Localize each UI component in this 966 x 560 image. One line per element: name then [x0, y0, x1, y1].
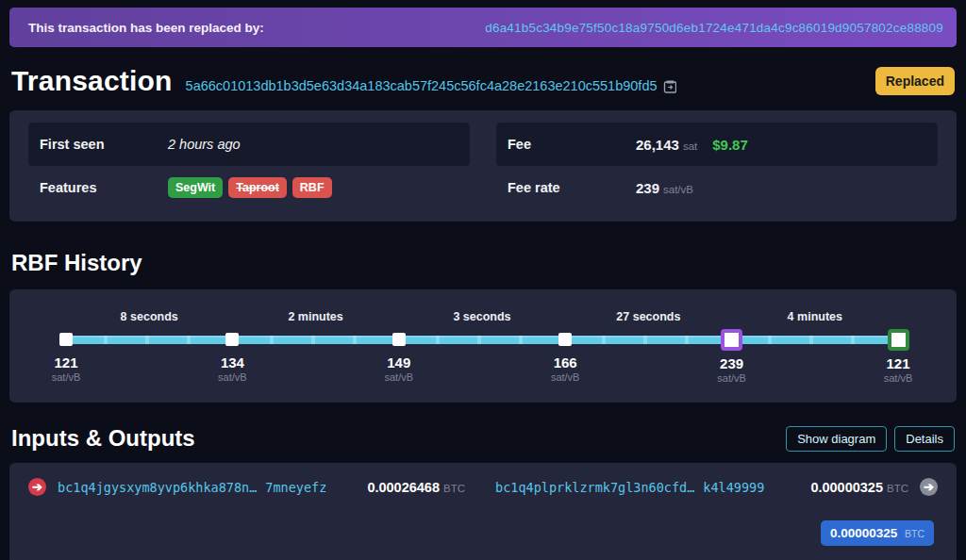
total-output-unit: BTC	[905, 528, 924, 539]
features-label: Features	[40, 180, 168, 195]
timeline-node-unit: sat/vB	[856, 372, 941, 384]
show-diagram-button[interactable]: Show diagram	[786, 426, 887, 452]
details-right-table: Fee 26,143sat$9.87 Fee rate 239sat/vB	[496, 123, 938, 209]
page-title: Transaction	[11, 65, 173, 97]
rbf-timeline: 8 seconds 2 minutes 3 seconds 27 seconds…	[9, 289, 957, 403]
status-badge: Replaced	[875, 67, 955, 95]
timeline-node-marker[interactable]	[225, 333, 239, 346]
fee-row: Fee 26,143sat$9.87	[496, 123, 938, 166]
timeline-node-feerate: 239	[690, 355, 774, 371]
input-address-end: 7mneyefz	[265, 480, 326, 495]
timeline-interval: 27 seconds	[616, 310, 680, 323]
fee-rate-value: 239sat/vB	[636, 180, 693, 196]
input-amount-unit: BTC	[443, 483, 465, 494]
fee-rate-unit: sat/vB	[663, 184, 693, 195]
timeline-interval: 8 seconds	[121, 310, 178, 323]
timeline-node-unit: sat/vB	[24, 371, 108, 383]
io-row: ➔ bc1q4jgysxym8yvp6khka878n…7mneyefz 0.0…	[9, 463, 957, 496]
timeline-node-marker[interactable]	[392, 333, 406, 346]
feature-badges: SegWit Taproot RBF	[168, 177, 332, 198]
timeline-node[interactable]: 149 sat/vB	[357, 289, 441, 383]
timeline-node-marker-final[interactable]	[888, 329, 909, 351]
io-heading-row: Inputs & Outputs Show diagram Details	[9, 425, 957, 463]
timeline-node-unit: sat/vB	[690, 372, 774, 384]
output-address-end: k4l49999	[703, 480, 764, 495]
input-amount: 0.00026468BTC	[367, 480, 471, 495]
timeline-node-unit: sat/vB	[190, 371, 275, 383]
timeline-node[interactable]: 166 sat/vB	[523, 289, 608, 383]
output-amount-unit: BTC	[887, 483, 908, 494]
segwit-badge: SegWit	[168, 177, 223, 198]
txid-link[interactable]: 5a66c01013db1b3d5e63d34a183cab57f245c56f…	[186, 78, 658, 93]
timeline-node-marker[interactable]	[558, 333, 572, 346]
timeline-node-feerate: 166	[523, 354, 608, 371]
output-amount: 0.00000325BTC	[810, 480, 908, 495]
timeline-node-current[interactable]: 239 sat/vB	[690, 289, 774, 384]
output-address-link[interactable]: bc1q4plprklzrmk7gl3n60cfd…k4l49999	[495, 480, 764, 495]
timeline-node-feerate: 121	[856, 355, 941, 371]
input-address-link[interactable]: bc1q4jgysxym8yvp6khka878n…7mneyefz	[58, 480, 326, 495]
timeline-node[interactable]: 121 sat/vB	[24, 289, 108, 383]
features-row: Features SegWit Taproot RBF	[28, 166, 470, 209]
input-arrow-icon[interactable]: ➔	[28, 478, 46, 496]
timeline-node-marker[interactable]	[59, 333, 73, 346]
first-seen-value: 2 hours ago	[168, 137, 241, 152]
copy-icon[interactable]	[663, 79, 676, 93]
output-side: bc1q4plprklzrmk7gl3n60cfd…k4l49999 0.000…	[471, 478, 938, 496]
fee-label: Fee	[508, 137, 636, 152]
timeline-interval: 3 seconds	[453, 310, 510, 323]
transaction-details-box: First seen 2 hours ago Features SegWit T…	[9, 110, 957, 222]
rbf-badge: RBF	[292, 177, 332, 198]
replacement-txid-link[interactable]: d6a41b5c34b9e75f50c18a9750d6eb1724e471da…	[485, 21, 943, 35]
fee-rate-row: Fee rate 239sat/vB	[496, 166, 938, 209]
fee-rate-amount: 239	[636, 180, 659, 196]
io-buttons: Show diagram Details	[786, 426, 955, 452]
taproot-badge: Taproot	[228, 177, 287, 198]
timeline-node-marker-current[interactable]	[721, 329, 742, 351]
replaced-banner-message: This transaction has been replaced by:	[28, 21, 264, 35]
rbf-history-heading: RBF History	[9, 248, 957, 289]
timeline-interval: 2 minutes	[288, 310, 342, 323]
timeline-node-unit: sat/vB	[523, 371, 608, 383]
first-seen-row: First seen 2 hours ago	[28, 123, 470, 166]
input-side: ➔ bc1q4jgysxym8yvp6khka878n…7mneyefz 0.0…	[28, 478, 471, 496]
fee-rate-label: Fee rate	[508, 180, 636, 195]
fee-amount: 26,143	[636, 137, 679, 153]
io-heading: Inputs & Outputs	[11, 425, 195, 452]
input-address-start: bc1q4jgysxym8yvp6khka878n…	[58, 480, 257, 495]
output-address-start: bc1q4plprklzrmk7gl3n60cfd…	[495, 480, 694, 495]
transaction-header: Transaction 5a66c01013db1b3d5e63d34a183c…	[9, 59, 957, 110]
timeline-node-feerate: 134	[190, 354, 275, 371]
timeline-interval: 4 minutes	[788, 310, 842, 323]
timeline-node-final[interactable]: 121 sat/vB	[856, 289, 941, 384]
fee-value: 26,143sat$9.87	[636, 137, 748, 153]
timeline-node-feerate: 121	[24, 354, 108, 371]
output-arrow-icon[interactable]: ➔	[920, 478, 938, 496]
details-left-table: First seen 2 hours ago Features SegWit T…	[28, 123, 470, 209]
timeline-node-feerate: 149	[357, 354, 441, 371]
details-button[interactable]: Details	[894, 426, 955, 452]
timeline-node[interactable]: 134 sat/vB	[190, 289, 275, 383]
total-output-badge[interactable]: 0.00000325 BTC	[821, 520, 934, 546]
fee-unit: sat	[683, 140, 697, 152]
first-seen-label: First seen	[40, 137, 168, 152]
timeline-node-unit: sat/vB	[357, 371, 441, 383]
fee-fiat: $9.87	[712, 137, 748, 153]
replaced-banner: This transaction has been replaced by: d…	[9, 8, 957, 47]
transaction-page: This transaction has been replaced by: d…	[0, 0, 966, 560]
io-panel: ➔ bc1q4jgysxym8yvp6khka878n…7mneyefz 0.0…	[9, 463, 957, 560]
